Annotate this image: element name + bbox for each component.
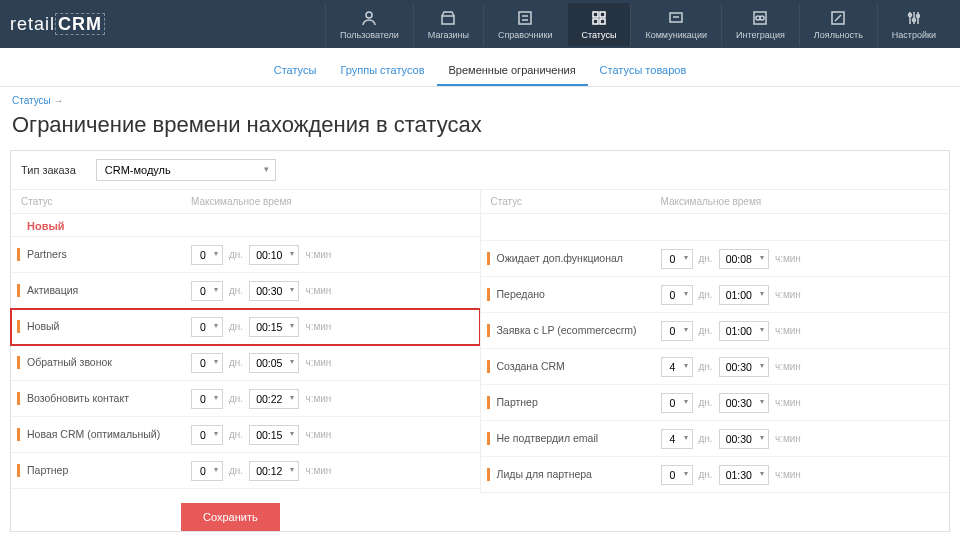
status-row: Заявка с LP (ecommercecrm)0дн.01:00ч:мин bbox=[481, 313, 950, 349]
hmin-label: ч:мин bbox=[775, 253, 801, 264]
days-label: дн. bbox=[229, 321, 243, 332]
time-select[interactable]: 00:12 bbox=[249, 461, 299, 481]
time-select[interactable]: 00:30 bbox=[719, 429, 769, 449]
nav-store[interactable]: Магазины bbox=[413, 3, 483, 46]
svg-point-0 bbox=[366, 12, 372, 18]
hmin-label: ч:мин bbox=[305, 249, 331, 260]
time-select[interactable]: 00:30 bbox=[719, 393, 769, 413]
days-label: дн. bbox=[699, 253, 713, 264]
svg-rect-1 bbox=[442, 16, 454, 24]
nav-label: Настройки bbox=[892, 30, 936, 40]
svg-rect-7 bbox=[593, 19, 598, 24]
status-row: Ожидает доп.функционал0дн.00:08ч:мин bbox=[481, 241, 950, 277]
time-select[interactable]: 00:15 bbox=[249, 317, 299, 337]
time-select[interactable]: 00:30 bbox=[719, 357, 769, 377]
subnav-item[interactable]: Статусы товаров bbox=[588, 58, 699, 86]
days-select[interactable]: 0 bbox=[661, 249, 693, 269]
time-select[interactable]: 00:30 bbox=[249, 281, 299, 301]
save-button[interactable]: Сохранить bbox=[181, 503, 280, 531]
status-row: Лиды для партнера0дн.01:30ч:мин bbox=[481, 457, 950, 493]
days-select[interactable]: 0 bbox=[191, 317, 223, 337]
topbar: retailCRM ПользователиМагазиныСправочник… bbox=[0, 0, 960, 48]
subnav-item[interactable]: Временные ограничения bbox=[437, 58, 588, 86]
left-column: Статус Максимальное время Новый Partners… bbox=[11, 190, 480, 493]
percent-icon bbox=[829, 9, 847, 27]
time-select[interactable]: 00:08 bbox=[719, 249, 769, 269]
days-select[interactable]: 0 bbox=[191, 281, 223, 301]
status-row: Создана CRM4дн.00:30ч:мин bbox=[481, 349, 950, 385]
time-select[interactable]: 00:05 bbox=[249, 353, 299, 373]
time-select[interactable]: 00:10 bbox=[249, 245, 299, 265]
hdr-status: Статус bbox=[491, 196, 661, 207]
days-select[interactable]: 0 bbox=[191, 389, 223, 409]
status-name: Не подтвердил email bbox=[491, 432, 661, 446]
time-controls: 0дн.00:15ч:мин bbox=[191, 317, 331, 337]
subnav-item[interactable]: Статусы bbox=[262, 58, 329, 86]
status-row: Партнер0дн.00:30ч:мин bbox=[481, 385, 950, 421]
logo-prefix: retail bbox=[10, 14, 55, 34]
time-controls: 0дн.00:30ч:мин bbox=[191, 281, 331, 301]
nav-label: Интеграция bbox=[736, 30, 785, 40]
days-select[interactable]: 0 bbox=[661, 465, 693, 485]
days-select[interactable]: 0 bbox=[191, 461, 223, 481]
time-controls: 0дн.01:00ч:мин bbox=[661, 285, 801, 305]
time-controls: 0дн.00:30ч:мин bbox=[661, 393, 801, 413]
right-header: Статус Максимальное время bbox=[481, 190, 950, 214]
days-select[interactable]: 0 bbox=[191, 245, 223, 265]
days-select[interactable]: 4 bbox=[661, 357, 693, 377]
svg-rect-5 bbox=[593, 12, 598, 17]
order-type-label: Тип заказа bbox=[21, 164, 76, 176]
days-label: дн. bbox=[699, 433, 713, 444]
nav-link[interactable]: Интеграция bbox=[721, 3, 799, 46]
days-label: дн. bbox=[229, 429, 243, 440]
time-select[interactable]: 01:00 bbox=[719, 285, 769, 305]
breadcrumb-link[interactable]: Статусы bbox=[12, 95, 51, 106]
logo-suffix: CRM bbox=[55, 13, 105, 35]
status-name: Лиды для партнера bbox=[491, 468, 661, 482]
days-label: дн. bbox=[699, 361, 713, 372]
days-label: дн. bbox=[229, 465, 243, 476]
days-label: дн. bbox=[229, 249, 243, 260]
status-name: Обратный звонок bbox=[21, 356, 191, 370]
page-title: Ограничение времени нахождения в статуса… bbox=[0, 106, 960, 150]
status-name: Передано bbox=[491, 288, 661, 302]
status-name: Партнер bbox=[21, 464, 191, 478]
order-type-select[interactable]: CRM-модуль bbox=[96, 159, 276, 181]
hmin-label: ч:мин bbox=[775, 433, 801, 444]
days-select[interactable]: 0 bbox=[661, 393, 693, 413]
svg-rect-6 bbox=[600, 12, 605, 17]
svg-rect-8 bbox=[600, 19, 605, 24]
days-select[interactable]: 4 bbox=[661, 429, 693, 449]
hmin-label: ч:мин bbox=[305, 393, 331, 404]
time-select[interactable]: 00:15 bbox=[249, 425, 299, 445]
days-label: дн. bbox=[699, 469, 713, 480]
nav-sliders[interactable]: Настройки bbox=[877, 3, 950, 46]
status-row: Partners0дн.00:10ч:мин bbox=[11, 237, 480, 273]
days-select[interactable]: 0 bbox=[661, 321, 693, 341]
time-select[interactable]: 01:30 bbox=[719, 465, 769, 485]
panel: Тип заказа CRM-модуль Статус Максимально… bbox=[10, 150, 950, 532]
nav-label: Лояльность bbox=[814, 30, 863, 40]
hmin-label: ч:мин bbox=[305, 429, 331, 440]
nav-list[interactable]: Справочники bbox=[483, 3, 567, 46]
hdr-max: Максимальное время bbox=[661, 196, 762, 207]
hmin-label: ч:мин bbox=[775, 325, 801, 336]
nav-chat[interactable]: Коммуникации bbox=[630, 3, 721, 46]
days-label: дн. bbox=[699, 289, 713, 300]
nav-grid[interactable]: Статусы bbox=[567, 3, 631, 46]
hmin-label: ч:мин bbox=[305, 357, 331, 368]
time-select[interactable]: 01:00 bbox=[719, 321, 769, 341]
nav-percent[interactable]: Лояльность bbox=[799, 3, 877, 46]
svg-point-13 bbox=[760, 16, 764, 20]
status-row: Новый0дн.00:15ч:мин bbox=[11, 309, 480, 345]
status-name: Партнер bbox=[491, 396, 661, 410]
subnav-item[interactable]: Группы статусов bbox=[328, 58, 436, 86]
status-row: Не подтвердил email4дн.00:30ч:мин bbox=[481, 421, 950, 457]
nav-label: Магазины bbox=[428, 30, 469, 40]
time-select[interactable]: 00:22 bbox=[249, 389, 299, 409]
time-controls: 4дн.00:30ч:мин bbox=[661, 429, 801, 449]
nav-user[interactable]: Пользователи bbox=[325, 3, 413, 46]
days-select[interactable]: 0 bbox=[191, 425, 223, 445]
days-select[interactable]: 0 bbox=[661, 285, 693, 305]
days-select[interactable]: 0 bbox=[191, 353, 223, 373]
